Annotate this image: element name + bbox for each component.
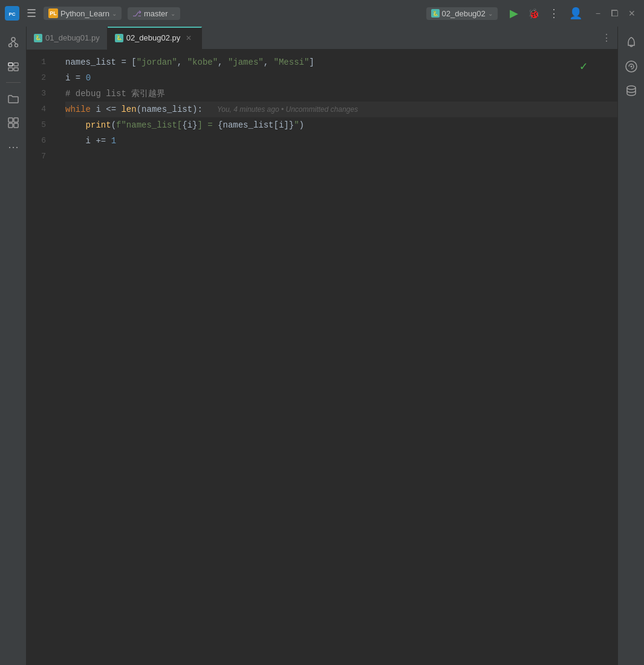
tab-label-debug01: 01_debug01.py [45, 33, 100, 42]
close-button[interactable]: ✕ [625, 7, 639, 19]
code-token: print [86, 117, 111, 133]
line-num-6: 6 [27, 133, 51, 149]
line-num-4: 4 [27, 102, 51, 117]
window-controls: − ⧠ ✕ [592, 7, 639, 19]
svg-point-15 [630, 66, 632, 68]
code-token: [ [274, 117, 279, 133]
svg-rect-12 [14, 118, 18, 122]
debug-button[interactable]: 🐞 [524, 5, 544, 22]
code-token: , [177, 54, 187, 70]
line-num-7: 7 [27, 149, 51, 164]
plugins-icon[interactable] [2, 112, 24, 134]
code-token: names_list [223, 117, 273, 133]
code-token: = [121, 54, 131, 70]
project-icon: PL [48, 8, 58, 18]
code-token: [ [131, 54, 136, 70]
code-token: f"names_list[ [116, 117, 182, 133]
git-annotation: You, 4 minutes ago • Uncommitted changes [217, 102, 358, 117]
code-token: "james" [228, 54, 264, 70]
svg-rect-7 [8, 63, 13, 66]
code-line-7 [65, 149, 617, 164]
code-line-4: while i <= len(names_list): You, 4 minut… [65, 102, 617, 117]
code-token: { [182, 117, 187, 133]
more-actions-button[interactable]: ⋮ [546, 4, 562, 22]
code-token: ( [111, 117, 116, 133]
right-sidebar [617, 27, 644, 665]
titlebar: PC ☰ PL Python_Learn ⌄ ⎇ master ⌄ 🐍 02_d… [0, 0, 644, 27]
tabs-bar: 🐍 01_debug01.py 🐍 02_debug02.py ✕ ⋮ [27, 27, 617, 50]
svg-line-6 [13, 41, 16, 44]
project-selector[interactable]: PL Python_Learn ⌄ [44, 7, 122, 20]
line-numbers: 1 2 3 4 5 6 7 [27, 50, 56, 665]
svg-text:PC: PC [8, 11, 15, 17]
code-token: ( [137, 102, 141, 117]
branch-selector[interactable]: ⎇ master ⌄ [128, 7, 180, 20]
code-content[interactable]: names_list = ["jordan", "kobe", "james",… [56, 50, 617, 665]
hamburger-menu[interactable]: ☰ [23, 4, 40, 22]
line-num-3: 3 [27, 86, 51, 102]
main-layout: ⋯ 🐍 01_debug01.py 🐍 02_debug02.py ✕ ⋮ 1 … [0, 27, 644, 665]
branch-icon: ⎇ [132, 9, 141, 18]
line-num-2: 2 [27, 70, 51, 86]
line-num-5: 5 [27, 117, 51, 133]
user-button[interactable]: 👤 [565, 4, 586, 22]
code-line-2: i = 0 [65, 70, 617, 86]
structure-icon[interactable] [2, 56, 24, 77]
folder-icon[interactable] [2, 88, 24, 109]
svg-rect-10 [14, 68, 18, 71]
code-token: } [192, 117, 197, 133]
ai-assistant-icon[interactable] [620, 56, 642, 77]
minimize-button[interactable]: − [592, 7, 604, 19]
maximize-button[interactable]: ⧠ [607, 7, 622, 19]
run-button[interactable]: ▶ [506, 4, 522, 22]
code-token: = [76, 70, 86, 86]
vcs-icon[interactable] [2, 31, 24, 53]
line-num-1: 1 [27, 54, 51, 70]
svg-point-3 [8, 44, 11, 47]
svg-point-2 [11, 37, 15, 41]
code-token: "Messi" [274, 54, 310, 70]
code-token: 0 [86, 70, 91, 86]
code-token: i [65, 70, 76, 86]
tab-icon-debug01: 🐍 [34, 34, 42, 42]
file-tab-icon: 🐍 [431, 9, 440, 18]
code-token: while [65, 102, 96, 117]
tab-debug01[interactable]: 🐍 01_debug01.py [27, 27, 108, 50]
code-token: ) [192, 102, 197, 117]
code-token: "kobe" [187, 54, 218, 70]
app-logo: PC [5, 6, 19, 21]
project-name: Python_Learn [60, 9, 109, 18]
svg-rect-14 [14, 123, 18, 128]
code-token: ]} [284, 117, 294, 133]
tab-close-button[interactable]: ✕ [183, 33, 194, 44]
code-token: "jordan" [137, 54, 177, 70]
code-token: : [198, 102, 203, 117]
titlebar-actions: ▶ 🐞 ⋮ [506, 4, 562, 22]
notifications-icon[interactable] [620, 31, 642, 53]
code-editor[interactable]: 1 2 3 4 5 6 7 names_list = ["jordan", "k… [27, 50, 617, 665]
database-icon[interactable] [620, 80, 642, 102]
svg-point-16 [627, 86, 636, 89]
branch-chevron-icon: ⌄ [171, 10, 175, 17]
svg-rect-13 [8, 123, 13, 128]
file-chevron-icon: ⌄ [488, 10, 493, 17]
code-line-1: names_list = ["jordan", "kobe", "james",… [65, 54, 617, 70]
code-token: ) [299, 117, 304, 133]
code-token: ] = [197, 117, 218, 133]
code-line-5: print(f"names_list[{i}] = {names_list[i]… [65, 117, 617, 133]
tab-debug02[interactable]: 🐍 02_debug02.py ✕ [108, 27, 203, 50]
code-token: i [187, 117, 192, 133]
activity-bar: ⋯ [0, 27, 27, 665]
tab-icon-debug02: 🐍 [115, 34, 123, 42]
current-file-selector[interactable]: 🐍 02_debug02 ⌄ [426, 7, 498, 20]
code-token: len [121, 102, 136, 117]
current-file-name: 02_debug02 [442, 9, 486, 18]
more-tools-icon[interactable]: ⋯ [2, 136, 24, 158]
code-token: i [279, 117, 284, 133]
svg-line-5 [10, 41, 13, 44]
branch-name: master [144, 9, 168, 18]
editor-area: 🐍 01_debug01.py 🐍 02_debug02.py ✕ ⋮ 1 2 … [27, 27, 617, 665]
code-token: { [218, 117, 223, 133]
code-token: , [218, 54, 228, 70]
tabs-more-button[interactable]: ⋮ [596, 32, 617, 44]
